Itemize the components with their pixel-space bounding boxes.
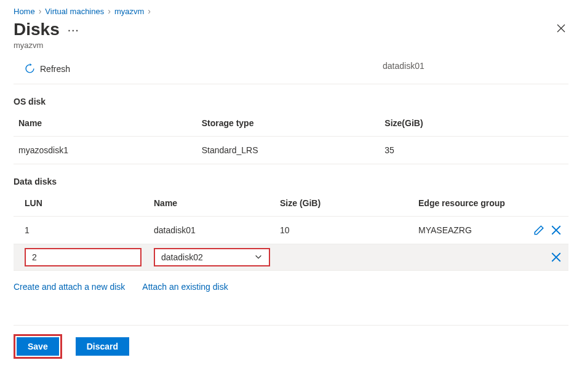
osdisk-storage: Standard_LRS xyxy=(197,137,380,164)
pencil-icon xyxy=(533,225,544,236)
os-disk-section-title: OS disk xyxy=(14,97,568,106)
os-col-name: Name xyxy=(14,110,197,137)
refresh-button[interactable]: Refresh xyxy=(20,61,75,76)
os-col-storage: Storage type xyxy=(197,110,380,137)
breadcrumb-vms[interactable]: Virtual machines xyxy=(45,7,104,16)
context-disk-name: datadisk01 xyxy=(383,61,425,71)
os-col-size: Size(GiB) xyxy=(380,110,568,137)
edit-button[interactable] xyxy=(532,223,546,238)
create-disk-link[interactable]: Create and attach a new disk xyxy=(14,282,125,292)
lun-input-value: 2 xyxy=(32,252,37,262)
close-icon xyxy=(556,23,566,33)
chevron-right-icon: › xyxy=(148,6,151,16)
save-highlight: Save xyxy=(14,334,62,359)
close-icon xyxy=(551,252,562,263)
attach-disk-link[interactable]: Attach an existing disk xyxy=(142,282,228,292)
delete-new-button[interactable] xyxy=(549,250,564,265)
refresh-icon xyxy=(25,63,35,74)
dd-col-lun: LUN xyxy=(14,190,149,217)
table-row: myazosdisk1 Standard_LRS 35 xyxy=(14,137,568,164)
dd-col-size: Size (GiB) xyxy=(275,190,413,217)
dd-rg: MYASEAZRG xyxy=(413,217,519,244)
chevron-right-icon: › xyxy=(108,6,111,16)
breadcrumb-home[interactable]: Home xyxy=(14,7,35,16)
osdisk-name: myazosdisk1 xyxy=(14,137,197,164)
dd-col-name: Name xyxy=(149,190,275,217)
dd-col-rg: Edge resource group xyxy=(413,190,519,217)
save-button[interactable]: Save xyxy=(17,337,59,356)
dd-lun: 1 xyxy=(14,217,149,244)
dd-name: datadisk01 xyxy=(149,217,275,244)
disk-name-value: datadisk02 xyxy=(161,252,203,262)
refresh-label: Refresh xyxy=(40,64,70,74)
delete-button[interactable] xyxy=(549,223,564,238)
subtitle: myazvm xyxy=(14,41,568,50)
osdisk-size: 35 xyxy=(380,137,568,164)
close-button[interactable] xyxy=(554,21,568,39)
breadcrumb-vm[interactable]: myazvm xyxy=(114,7,144,16)
data-disks-table: LUN Name Size (GiB) Edge resource group … xyxy=(14,190,568,271)
table-row: 1 datadisk01 10 MYASEAZRG xyxy=(14,217,568,244)
disk-name-dropdown[interactable]: datadisk02 xyxy=(154,248,270,266)
close-icon xyxy=(551,225,562,236)
more-menu-button[interactable]: … xyxy=(67,20,80,39)
os-disk-table: Name Storage type Size(GiB) myazosdisk1 … xyxy=(14,110,568,164)
chevron-right-icon: › xyxy=(39,6,42,16)
data-disks-section-title: Data disks xyxy=(14,177,568,186)
lun-input[interactable]: 2 xyxy=(25,248,142,266)
chevron-down-icon xyxy=(254,252,263,263)
breadcrumb: Home › Virtual machines › myazvm › xyxy=(14,6,568,16)
page-title: Disks xyxy=(14,20,60,39)
new-disk-row: 2 datadisk02 xyxy=(14,244,568,271)
discard-button[interactable]: Discard xyxy=(76,337,129,356)
dd-size: 10 xyxy=(275,217,413,244)
